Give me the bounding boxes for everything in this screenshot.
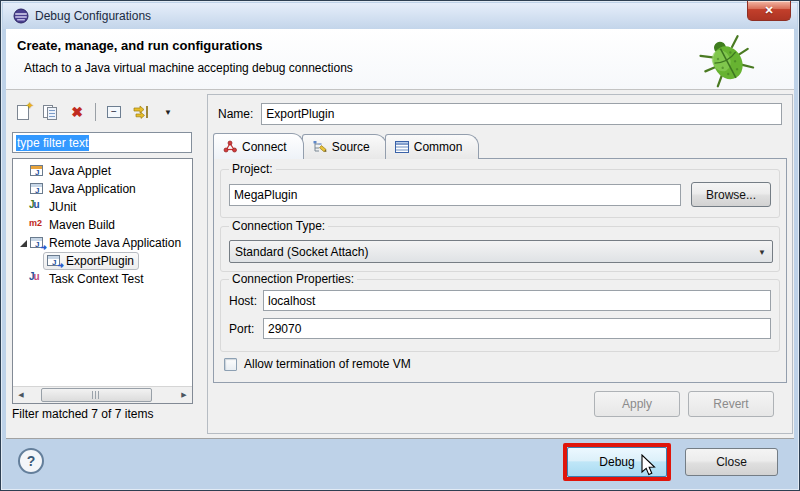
apply-button[interactable]: Apply: [594, 391, 680, 417]
tree-item-label: Maven Build: [49, 218, 115, 232]
expanded-twisty-icon[interactable]: [17, 237, 29, 249]
chevron-down-icon: ▼: [164, 108, 172, 117]
connection-type-value: Standard (Socket Attach): [235, 245, 368, 259]
tab-source[interactable]: Source: [302, 134, 387, 159]
project-group: Project: Browse...: [220, 169, 780, 218]
tree-item-label: Task Context Test: [49, 272, 144, 286]
dialog-header-title: Create, manage, and run configurations: [17, 38, 263, 53]
scrollbar-track[interactable]: [29, 387, 176, 403]
window-close-button[interactable]: ✕: [747, 1, 791, 21]
port-input[interactable]: [263, 318, 771, 339]
tree-item-java-application[interactable]: J Java Application: [13, 180, 192, 198]
tree-item-exportplugin[interactable]: J ➜ ExportPlugin: [13, 252, 192, 270]
filter-launch-configurations-button[interactable]: [131, 102, 151, 122]
tab-common[interactable]: Common: [385, 134, 480, 159]
collapse-all-icon: −: [107, 106, 121, 118]
allow-termination-row[interactable]: Allow termination of remote VM: [224, 357, 411, 371]
close-button-label: Close: [716, 455, 747, 469]
allow-termination-label: Allow termination of remote VM: [244, 357, 411, 371]
connect-icon: [223, 140, 237, 153]
tree-item-remote-java-application[interactable]: J ➜ Remote Java Application: [13, 234, 192, 252]
mouse-cursor-icon: [638, 454, 658, 478]
help-button[interactable]: ?: [18, 448, 44, 474]
host-input[interactable]: [263, 290, 771, 311]
scrollbar-grip: [92, 391, 101, 399]
remote-java-application-icon: J ➜: [29, 235, 45, 251]
connection-type-group-label: Connection Type:: [229, 219, 328, 233]
titlebar[interactable]: Debug Configurations: [3, 3, 797, 29]
tree-item-label: Java Application: [49, 182, 136, 196]
close-icon: ✕: [764, 4, 773, 17]
tree-item-java-applet[interactable]: J Java Applet: [13, 162, 192, 180]
delete-configuration-button[interactable]: ✖: [67, 102, 87, 122]
revert-button-label: Revert: [713, 397, 748, 411]
filter-input-text: type filter text: [16, 135, 89, 151]
delete-icon: ✖: [71, 105, 83, 119]
remote-arrow-icon: ➜: [40, 243, 47, 252]
remote-java-application-icon: J ➜: [46, 253, 62, 269]
close-button[interactable]: Close: [685, 448, 778, 476]
dialog-window: Debug Configurations ✕ Create, manage, a…: [0, 0, 800, 491]
launch-config-toolbar: ✦ ✖ − ▼: [13, 100, 178, 124]
launch-config-tree: J Java Applet J Java Application Ju JUni…: [12, 158, 193, 404]
revert-button[interactable]: Revert: [688, 391, 774, 417]
source-icon: [312, 140, 327, 154]
apply-button-label: Apply: [622, 397, 652, 411]
connection-type-group: Connection Type: Standard (Socket Attach…: [220, 226, 780, 272]
host-label: Host:: [229, 294, 263, 308]
filter-status-text: Filter matched 7 of 7 items: [12, 407, 153, 421]
project-input[interactable]: [229, 184, 681, 206]
scrollbar-thumb[interactable]: [41, 388, 153, 402]
tree-item-junit[interactable]: Ju JUnit: [13, 198, 192, 216]
filter-input[interactable]: type filter text: [12, 132, 192, 153]
tree-item-label: Java Applet: [49, 164, 111, 178]
junit-icon: Ju: [29, 199, 45, 215]
collapse-all-button[interactable]: −: [104, 102, 124, 122]
apply-revert-row: Apply Revert: [594, 391, 774, 417]
sparkle-icon: ✦: [26, 100, 34, 111]
tab-label: Common: [414, 140, 463, 154]
browse-button-label: Browse...: [706, 188, 756, 202]
name-row: Name:: [218, 103, 782, 125]
scroll-right-arrow[interactable]: ▶: [176, 387, 192, 403]
connect-tab-content: Project: Browse... Connection Type: Stan…: [213, 158, 787, 383]
browse-button[interactable]: Browse...: [691, 182, 771, 207]
new-configuration-button[interactable]: ✦: [13, 102, 33, 122]
tree-horizontal-scrollbar[interactable]: ◀ ▶: [13, 386, 192, 403]
tree-item-label: JUnit: [49, 200, 76, 214]
toolbar-menu-button[interactable]: ▼: [158, 102, 178, 122]
java-applet-icon: J: [29, 163, 45, 179]
project-group-label: Project:: [229, 162, 276, 176]
selected-tree-item[interactable]: J ➜ ExportPlugin: [43, 252, 139, 270]
tree-item-label: ExportPlugin: [66, 254, 134, 268]
name-input[interactable]: [261, 103, 782, 125]
duplicate-configuration-button[interactable]: [40, 102, 60, 122]
duplicate-icon: [43, 105, 58, 120]
tab-label: Source: [332, 140, 370, 154]
new-configuration-icon: ✦: [17, 105, 29, 120]
tab-label: Connect: [242, 140, 287, 154]
name-label: Name:: [218, 107, 253, 121]
task-context-test-icon: Ju: [29, 271, 45, 287]
window-title: Debug Configurations: [35, 9, 151, 23]
toolbar-separator: [95, 103, 96, 121]
tree-item-task-context-test[interactable]: Ju Task Context Test: [13, 270, 192, 288]
tree-item-maven-build[interactable]: m2 Maven Build: [13, 216, 192, 234]
combo-arrow-icon: ▼: [758, 248, 766, 257]
port-label: Port:: [229, 322, 263, 336]
filter-icon: [133, 105, 149, 119]
allow-termination-checkbox[interactable]: [224, 358, 237, 371]
dialog-header: Create, manage, and run configurations A…: [6, 29, 794, 90]
java-application-icon: J: [29, 181, 45, 197]
config-tabs: Connect Source: [213, 133, 479, 159]
tab-connect[interactable]: Connect: [213, 133, 304, 159]
help-icon: ?: [27, 453, 36, 469]
maven-build-icon: m2: [29, 217, 45, 233]
tree-item-label: Remote Java Application: [49, 236, 181, 250]
scroll-left-arrow[interactable]: ◀: [13, 387, 29, 403]
debug-bug-icon: [698, 31, 756, 89]
dialog-header-subtitle: Attach to a Java virtual machine accepti…: [24, 61, 353, 75]
connection-properties-group: Connection Properties: Host: Port:: [220, 279, 780, 352]
connection-type-select[interactable]: Standard (Socket Attach) ▼: [229, 240, 773, 263]
eclipse-logo-icon: [13, 8, 29, 24]
